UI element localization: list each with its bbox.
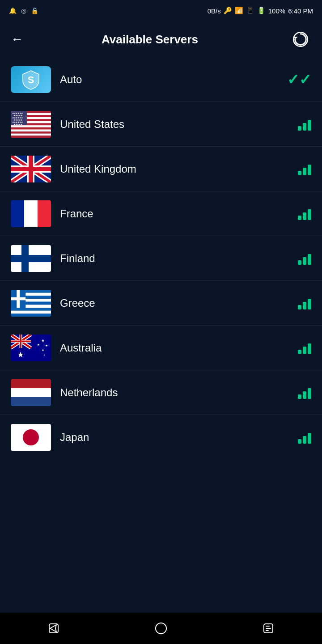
refresh-button[interactable]: [290, 29, 311, 50]
signal-bar-3: [308, 209, 311, 220]
server-item-us[interactable]: ★★★★★★ ★★★★★ ★★★★★★ ★★★★★ ★★★★★★ ★★★★★ U…: [0, 102, 322, 147]
signal-bar-2: [303, 123, 306, 131]
signal-bar-3: [308, 299, 311, 309]
flag-fr: [11, 200, 51, 227]
signal-bar-3: [308, 120, 311, 131]
signal-bar-1: [298, 171, 301, 175]
page-title: Available Servers: [10, 33, 290, 47]
selected-check-icon: ✓✓: [287, 71, 311, 88]
svg-rect-35: [24, 200, 38, 227]
svg-rect-15: [11, 131, 51, 134]
server-list: S Auto ✓✓: [0, 57, 322, 613]
server-name-au: Australia: [60, 342, 298, 354]
back-nav-icon: [47, 621, 61, 636]
svg-rect-34: [11, 200, 24, 227]
battery-percent: 100%: [268, 7, 285, 15]
svg-rect-33: [29, 156, 33, 182]
server-name-uk: United Kingdom: [60, 163, 298, 175]
svg-rect-47: [11, 308, 51, 311]
flag-uk: [11, 156, 51, 182]
svg-rect-14: [11, 129, 51, 131]
svg-rect-36: [38, 200, 51, 227]
svg-rect-39: [21, 245, 29, 272]
signal-bar-3: [308, 165, 311, 175]
svg-point-73: [23, 429, 39, 445]
status-bar-right: 0B/s 🔑 📶 📱 🔋 100% 6:40 PM: [208, 7, 313, 15]
server-item-jp[interactable]: Japan: [0, 415, 322, 460]
auto-icon: S: [11, 66, 51, 93]
signal-icon-au: [298, 342, 311, 354]
svg-rect-49: [11, 314, 51, 317]
home-nav-icon: [154, 621, 168, 636]
time-display: 6:40 PM: [288, 7, 313, 15]
recent-nav-icon: [261, 621, 275, 636]
signal-bar-1: [298, 305, 301, 309]
svg-rect-69: [11, 379, 51, 388]
sim-icon: 📱: [246, 7, 254, 15]
status-bar: 🔔 ◎ 🔒 0B/s 🔑 📶 📱 🔋 100% 6:40 PM: [0, 0, 322, 21]
svg-point-75: [156, 623, 166, 634]
signal-bar-3: [308, 388, 311, 399]
server-name-auto: Auto: [60, 73, 287, 86]
bottom-nav: [0, 613, 322, 644]
svg-rect-48: [11, 310, 51, 314]
signal-icon-uk: [298, 163, 311, 175]
vpn-key-icon: 🔑: [224, 7, 232, 15]
signal-icon-fr: [298, 208, 311, 220]
svg-rect-62: [20, 335, 21, 348]
signal-bar-2: [303, 436, 306, 444]
signal-bar-2: [303, 347, 306, 354]
server-name-us: United States: [60, 118, 298, 131]
svg-rect-71: [11, 397, 51, 406]
back-nav-button[interactable]: [42, 617, 65, 640]
signal-bar-1: [298, 394, 301, 399]
signal-bar-3: [308, 433, 311, 444]
recent-nav-button[interactable]: [257, 617, 280, 640]
signal-bar-3: [308, 254, 311, 265]
signal-bar-2: [303, 168, 306, 175]
lock-icon: 🔒: [31, 7, 38, 14]
server-item-au[interactable]: Australia: [0, 326, 322, 370]
signal-icon-us: [298, 118, 311, 131]
signal-bar-2: [303, 391, 306, 399]
svg-rect-52: [17, 290, 20, 308]
flag-jp: [11, 424, 51, 451]
flag-fi: [11, 245, 51, 272]
signal-icon-fi: [298, 252, 311, 265]
server-name-nl: Netherlands: [60, 386, 298, 399]
server-item-fr[interactable]: France: [0, 191, 322, 236]
signal-bar-2: [303, 257, 306, 265]
server-item-gr[interactable]: Greece: [0, 281, 322, 326]
server-item-nl[interactable]: Netherlands: [0, 370, 322, 415]
flag-au: [11, 335, 51, 361]
signal-bar-3: [308, 343, 311, 354]
header: ← Available Servers: [0, 21, 322, 57]
signal-icon-jp: [298, 431, 311, 444]
wifi-signal-icon: 📶: [235, 7, 243, 15]
server-item-auto[interactable]: S Auto ✓✓: [0, 57, 322, 102]
notification-icon: 🔔: [9, 7, 17, 14]
signal-bar-1: [298, 216, 301, 220]
signal-bar-2: [303, 212, 306, 220]
signal-bar-1: [298, 260, 301, 265]
server-item-fi[interactable]: Finland: [0, 236, 322, 281]
signal-bar-1: [298, 439, 301, 444]
server-name-fi: Finland: [60, 252, 298, 265]
server-name-fr: France: [60, 208, 298, 220]
flag-us: ★★★★★★ ★★★★★ ★★★★★★ ★★★★★ ★★★★★★ ★★★★★: [11, 111, 51, 138]
signal-bar-1: [298, 126, 301, 131]
signal-icon-gr: [298, 297, 311, 309]
home-nav-button[interactable]: [150, 617, 172, 640]
svg-rect-38: [11, 255, 51, 262]
svg-rect-70: [11, 388, 51, 397]
server-name-gr: Greece: [60, 297, 298, 309]
flag-nl: [11, 379, 51, 406]
svg-text:★★★★★: ★★★★★: [13, 123, 23, 126]
status-bar-left: 🔔 ◎ 🔒: [9, 7, 38, 14]
server-name-jp: Japan: [60, 431, 298, 444]
wifi-icon: ◎: [21, 7, 26, 14]
svg-rect-17: [11, 136, 51, 138]
server-item-uk[interactable]: United Kingdom: [0, 147, 322, 191]
battery-icon: 🔋: [257, 7, 266, 15]
signal-icon-nl: [298, 386, 311, 399]
